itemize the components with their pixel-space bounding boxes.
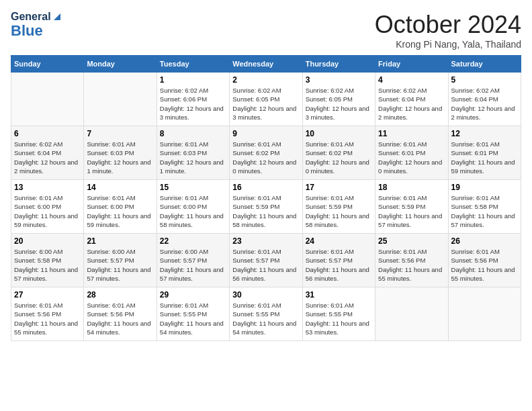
day-info: Sunrise: 6:02 AM Sunset: 6:05 PM Dayligh…: [232, 86, 299, 122]
calendar-cell: 16Sunrise: 6:01 AM Sunset: 5:59 PM Dayli…: [230, 180, 302, 234]
title-area: October 2024 Krong Pi Nang, Yala, Thaila…: [375, 11, 521, 50]
calendar-cell: 15Sunrise: 6:01 AM Sunset: 6:00 PM Dayli…: [157, 180, 229, 234]
calendar-cell: 14Sunrise: 6:01 AM Sunset: 6:00 PM Dayli…: [84, 180, 157, 234]
calendar-cell: 6Sunrise: 6:02 AM Sunset: 6:04 PM Daylig…: [11, 126, 84, 180]
calendar-cell: 20Sunrise: 6:00 AM Sunset: 5:58 PM Dayli…: [11, 234, 84, 287]
weekday-header-friday: Friday: [375, 56, 448, 73]
calendar-cell: 13Sunrise: 6:01 AM Sunset: 6:00 PM Dayli…: [11, 180, 84, 234]
day-number: 11: [378, 129, 445, 138]
day-number: 21: [87, 236, 153, 246]
calendar-cell: [375, 287, 448, 341]
day-number: 26: [451, 236, 518, 246]
day-number: 12: [451, 129, 518, 138]
calendar-cell: 12Sunrise: 6:01 AM Sunset: 6:01 PM Dayli…: [448, 126, 521, 180]
calendar-cell: 30Sunrise: 6:01 AM Sunset: 5:55 PM Dayli…: [230, 287, 302, 341]
day-number: 10: [306, 129, 372, 138]
day-number: 4: [378, 75, 445, 85]
day-number: 2: [232, 75, 299, 85]
day-info: Sunrise: 6:01 AM Sunset: 6:00 PM Dayligh…: [160, 193, 226, 229]
month-title: October 2024: [375, 11, 521, 39]
day-number: 24: [306, 236, 372, 246]
day-number: 27: [14, 290, 81, 300]
calendar-week-row: 13Sunrise: 6:01 AM Sunset: 6:00 PM Dayli…: [11, 180, 521, 234]
day-info: Sunrise: 6:01 AM Sunset: 5:58 PM Dayligh…: [451, 193, 518, 229]
logo-general-text: General: [11, 11, 51, 23]
day-info: Sunrise: 6:01 AM Sunset: 5:57 PM Dayligh…: [306, 247, 372, 283]
day-number: 1: [160, 75, 226, 85]
calendar-cell: 27Sunrise: 6:01 AM Sunset: 5:56 PM Dayli…: [11, 287, 84, 341]
day-info: Sunrise: 6:00 AM Sunset: 5:57 PM Dayligh…: [87, 247, 153, 283]
logo-arrow-icon: [52, 12, 62, 21]
day-info: Sunrise: 6:02 AM Sunset: 6:04 PM Dayligh…: [14, 140, 81, 175]
calendar-cell: 24Sunrise: 6:01 AM Sunset: 5:57 PM Dayli…: [302, 234, 375, 287]
svg-marker-0: [54, 13, 60, 20]
calendar-cell: 28Sunrise: 6:01 AM Sunset: 5:56 PM Dayli…: [84, 287, 157, 341]
day-info: Sunrise: 6:01 AM Sunset: 5:59 PM Dayligh…: [306, 193, 372, 229]
day-info: Sunrise: 6:01 AM Sunset: 6:01 PM Dayligh…: [378, 140, 445, 175]
day-number: 29: [160, 290, 226, 300]
day-info: Sunrise: 6:01 AM Sunset: 5:55 PM Dayligh…: [306, 301, 372, 336]
weekday-header-thursday: Thursday: [302, 56, 375, 73]
day-number: 23: [232, 236, 299, 246]
calendar-cell: 9Sunrise: 6:01 AM Sunset: 6:02 PM Daylig…: [230, 126, 302, 180]
day-info: Sunrise: 6:01 AM Sunset: 6:02 PM Dayligh…: [306, 140, 372, 175]
calendar-cell: [448, 287, 521, 341]
calendar-cell: 23Sunrise: 6:01 AM Sunset: 5:57 PM Dayli…: [230, 234, 302, 287]
day-info: Sunrise: 6:00 AM Sunset: 5:57 PM Dayligh…: [160, 247, 226, 283]
logo-blue-text: Blue: [11, 22, 43, 39]
calendar-cell: 11Sunrise: 6:01 AM Sunset: 6:01 PM Dayli…: [375, 126, 448, 180]
weekday-header-saturday: Saturday: [448, 56, 521, 73]
day-info: Sunrise: 6:01 AM Sunset: 6:02 PM Dayligh…: [232, 140, 299, 175]
day-info: Sunrise: 6:01 AM Sunset: 5:56 PM Dayligh…: [378, 247, 445, 283]
day-number: 17: [306, 183, 372, 192]
calendar-cell: 5Sunrise: 6:02 AM Sunset: 6:04 PM Daylig…: [448, 73, 521, 126]
day-info: Sunrise: 6:01 AM Sunset: 5:59 PM Dayligh…: [378, 193, 445, 229]
calendar-cell: 2Sunrise: 6:02 AM Sunset: 6:05 PM Daylig…: [230, 73, 302, 126]
calendar-header-row: SundayMondayTuesdayWednesdayThursdayFrid…: [11, 56, 521, 73]
day-number: 16: [232, 183, 299, 192]
day-number: 9: [232, 129, 299, 138]
calendar-cell: 31Sunrise: 6:01 AM Sunset: 5:55 PM Dayli…: [302, 287, 375, 341]
calendar-cell: 8Sunrise: 6:01 AM Sunset: 6:03 PM Daylig…: [157, 126, 229, 180]
calendar-week-row: 1Sunrise: 6:02 AM Sunset: 6:06 PM Daylig…: [11, 73, 521, 126]
calendar-cell: 17Sunrise: 6:01 AM Sunset: 5:59 PM Dayli…: [302, 180, 375, 234]
day-info: Sunrise: 6:01 AM Sunset: 5:59 PM Dayligh…: [232, 193, 299, 229]
calendar-cell: [84, 73, 157, 126]
calendar-cell: 29Sunrise: 6:01 AM Sunset: 5:55 PM Dayli…: [157, 287, 229, 341]
logo: General Blue: [11, 11, 62, 39]
calendar-cell: 7Sunrise: 6:01 AM Sunset: 6:03 PM Daylig…: [84, 126, 157, 180]
day-info: Sunrise: 6:01 AM Sunset: 6:00 PM Dayligh…: [14, 193, 81, 229]
day-info: Sunrise: 6:01 AM Sunset: 6:01 PM Dayligh…: [451, 140, 518, 175]
weekday-header-wednesday: Wednesday: [230, 56, 302, 73]
day-number: 30: [232, 290, 299, 300]
day-info: Sunrise: 6:01 AM Sunset: 6:03 PM Dayligh…: [160, 140, 226, 175]
day-number: 5: [451, 75, 518, 85]
day-info: Sunrise: 6:01 AM Sunset: 5:57 PM Dayligh…: [232, 247, 299, 283]
calendar-cell: 21Sunrise: 6:00 AM Sunset: 5:57 PM Dayli…: [84, 234, 157, 287]
day-info: Sunrise: 6:01 AM Sunset: 6:00 PM Dayligh…: [87, 193, 153, 229]
calendar-table: SundayMondayTuesdayWednesdayThursdayFrid…: [11, 55, 521, 341]
day-info: Sunrise: 6:01 AM Sunset: 5:55 PM Dayligh…: [232, 301, 299, 336]
day-info: Sunrise: 6:00 AM Sunset: 5:58 PM Dayligh…: [14, 247, 81, 283]
location: Krong Pi Nang, Yala, Thailand: [375, 39, 521, 50]
day-number: 19: [451, 183, 518, 192]
calendar-cell: 19Sunrise: 6:01 AM Sunset: 5:58 PM Dayli…: [448, 180, 521, 234]
calendar-cell: 22Sunrise: 6:00 AM Sunset: 5:57 PM Dayli…: [157, 234, 229, 287]
calendar-cell: 1Sunrise: 6:02 AM Sunset: 6:06 PM Daylig…: [157, 73, 229, 126]
day-number: 31: [306, 290, 372, 300]
day-number: 8: [160, 129, 226, 138]
calendar-week-row: 20Sunrise: 6:00 AM Sunset: 5:58 PM Dayli…: [11, 234, 521, 287]
calendar-cell: [11, 73, 84, 126]
day-info: Sunrise: 6:02 AM Sunset: 6:05 PM Dayligh…: [306, 86, 372, 122]
calendar-cell: 18Sunrise: 6:01 AM Sunset: 5:59 PM Dayli…: [375, 180, 448, 234]
day-number: 22: [160, 236, 226, 246]
calendar-week-row: 27Sunrise: 6:01 AM Sunset: 5:56 PM Dayli…: [11, 287, 521, 341]
calendar-cell: 10Sunrise: 6:01 AM Sunset: 6:02 PM Dayli…: [302, 126, 375, 180]
day-number: 25: [378, 236, 445, 246]
day-number: 7: [87, 129, 153, 138]
calendar-week-row: 6Sunrise: 6:02 AM Sunset: 6:04 PM Daylig…: [11, 126, 521, 180]
day-number: 6: [14, 129, 81, 138]
day-info: Sunrise: 6:01 AM Sunset: 5:56 PM Dayligh…: [451, 247, 518, 283]
calendar-cell: 25Sunrise: 6:01 AM Sunset: 5:56 PM Dayli…: [375, 234, 448, 287]
day-info: Sunrise: 6:02 AM Sunset: 6:04 PM Dayligh…: [451, 86, 518, 122]
